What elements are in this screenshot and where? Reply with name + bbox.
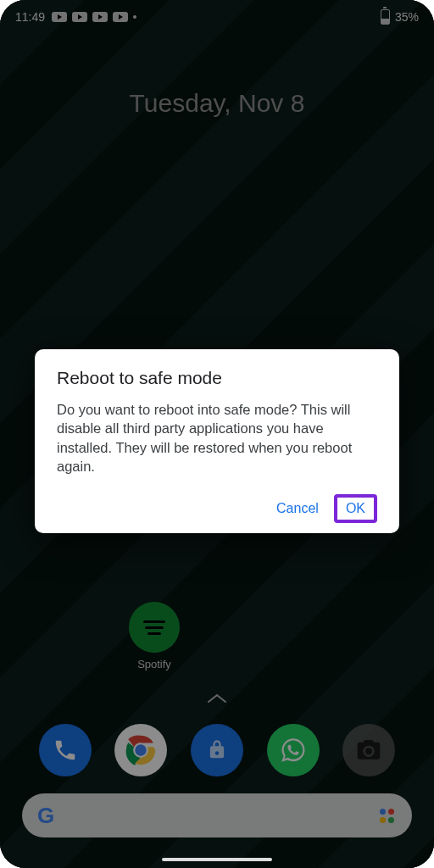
- dialog-actions: Cancel OK: [57, 494, 377, 523]
- safe-mode-dialog: Reboot to safe mode Do you want to reboo…: [35, 349, 399, 533]
- gesture-nav-pill[interactable]: [162, 858, 272, 861]
- dialog-title: Reboot to safe mode: [57, 368, 377, 388]
- dialog-body: Do you want to reboot into safe mode? Th…: [57, 400, 377, 476]
- cancel-button[interactable]: Cancel: [266, 494, 329, 523]
- ok-button[interactable]: OK: [334, 494, 377, 523]
- phone-screen: 11:49 35% Tuesday, Nov 8 Spotify: [0, 0, 434, 868]
